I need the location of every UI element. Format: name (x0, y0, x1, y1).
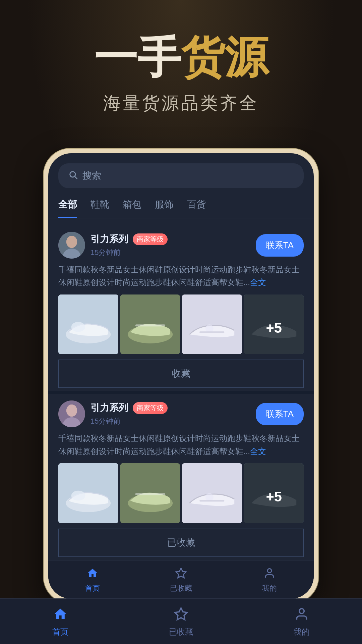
svg-marker-34 (176, 568, 186, 578)
hero-title-white: 一手 (94, 33, 181, 82)
collect-btn-1[interactable]: 收藏 (58, 360, 304, 388)
phone-mockup: 搜索 全部 鞋靴 箱包 服饰 百货 (44, 149, 318, 603)
star-icon (175, 567, 187, 581)
main-nav-favorites-label: 已收藏 (169, 627, 193, 637)
main-home-icon (53, 607, 68, 624)
seller-name-1: 引力系列 (90, 233, 128, 246)
product-img-2-4[interactable]: +5 (244, 463, 304, 523)
svg-rect-28 (182, 463, 242, 523)
hero-section: 一手货源 海量货源品类齐全 (0, 0, 362, 135)
svg-point-21 (66, 405, 77, 417)
search-placeholder: 搜索 (82, 169, 101, 182)
seller-name-2: 引力系列 (90, 401, 128, 414)
svg-rect-11 (135, 324, 165, 326)
svg-rect-14 (199, 331, 224, 333)
product-img-1-2[interactable] (120, 294, 180, 355)
seller-name-row-2: 引力系列 商家等级 (90, 401, 256, 414)
phone-mockup-wrapper: 搜索 全部 鞋靴 箱包 服饰 百货 (44, 149, 318, 644)
svg-point-24 (71, 491, 85, 501)
tab-bags[interactable]: 箱包 (123, 195, 141, 218)
product-desc-1: 千禧同款秋冬新品女士休闲鞋原创设计时尚运动跑步鞋秋冬新品女士休闲鞋原创设计时尚运… (58, 263, 304, 289)
product-images-2: +5 (58, 463, 304, 523)
card-header-1: 引力系列 商家等级 15分钟前 联系TA (58, 232, 304, 259)
contact-btn-1[interactable]: 联系TA (256, 234, 304, 257)
read-more-1[interactable]: 全文 (250, 278, 266, 287)
hero-subtitle: 海量货源品类齐全 (20, 92, 342, 115)
user-icon (263, 567, 276, 581)
svg-marker-36 (175, 608, 187, 620)
main-bottom-nav: 首页 已收藏 我的 (0, 598, 362, 644)
svg-text:+5: +5 (266, 320, 282, 335)
phone-nav-profile[interactable]: 我的 (249, 567, 290, 593)
svg-text:+5: +5 (266, 489, 282, 504)
svg-point-37 (299, 609, 304, 614)
main-star-icon (174, 607, 188, 624)
svg-point-5 (66, 236, 77, 248)
product-img-1-1[interactable] (58, 294, 118, 355)
main-nav-favorites[interactable]: 已收藏 (147, 607, 215, 637)
read-more-2[interactable]: 全文 (250, 447, 266, 456)
phone-nav-home-label: 首页 (85, 583, 100, 593)
phone-nav-home[interactable]: 首页 (72, 567, 113, 593)
product-card-1: 引力系列 商家等级 15分钟前 联系TA 千禧同款秋冬新品女士休闲鞋原创设计时尚… (48, 225, 314, 388)
svg-line-1 (75, 176, 77, 178)
product-images-1: +5 (58, 294, 304, 355)
product-desc-2: 千禧同款秋冬新品女士休闲鞋原创设计时尚运动跑步鞋秋冬新品女士休闲鞋原创设计时尚运… (58, 432, 304, 458)
product-card-2: 引力系列 商家等级 15分钟前 联系TA 千禧同款秋冬新品女士休闲鞋原创设计时尚… (48, 394, 314, 556)
phone-screen: 搜索 全部 鞋靴 箱包 服饰 百货 (48, 153, 314, 599)
hero-title-gold: 货源 (181, 33, 268, 82)
product-img-2-3[interactable] (182, 463, 242, 523)
svg-point-29 (205, 493, 214, 501)
svg-rect-12 (182, 294, 242, 355)
phone-nav-profile-label: 我的 (262, 583, 277, 593)
hero-title: 一手货源 (20, 34, 342, 82)
search-icon (68, 170, 78, 182)
product-img-1-3[interactable] (182, 294, 242, 355)
category-tabs: 全部 鞋靴 箱包 服饰 百货 (48, 195, 314, 218)
svg-rect-30 (199, 500, 224, 501)
card-header-2: 引力系列 商家等级 15分钟前 联系TA (58, 400, 304, 427)
product-img-2-1[interactable] (58, 463, 118, 523)
main-nav-home[interactable]: 首页 (27, 607, 94, 637)
main-nav-profile-label: 我的 (294, 627, 310, 637)
tab-clothing[interactable]: 服饰 (155, 195, 174, 218)
svg-rect-27 (135, 493, 165, 495)
tab-shoes[interactable]: 鞋靴 (90, 195, 109, 218)
main-nav-home-label: 首页 (52, 627, 68, 637)
card-divider-1 (48, 391, 314, 394)
phone-bottom-nav: 首页 已收藏 (48, 560, 314, 599)
product-img-2-2[interactable] (120, 463, 180, 523)
svg-point-35 (267, 569, 272, 573)
seller-info-2: 引力系列 商家等级 15分钟前 (90, 401, 256, 426)
avatar-1 (58, 232, 85, 259)
seller-info-1: 引力系列 商家等级 15分钟前 (90, 233, 256, 258)
home-icon (86, 567, 99, 581)
seller-badge-2: 商家等级 (133, 402, 168, 414)
collect-btn-2[interactable]: 已收藏 (58, 529, 304, 557)
seller-badge-1: 商家等级 (133, 233, 168, 245)
contact-btn-2[interactable]: 联系TA (256, 403, 304, 425)
product-img-1-4[interactable]: +5 (244, 294, 304, 355)
tab-all[interactable]: 全部 (58, 195, 77, 218)
phone-nav-favorites[interactable]: 已收藏 (161, 567, 201, 593)
main-user-icon (294, 607, 309, 624)
seller-time-2: 15分钟前 (90, 416, 256, 426)
main-nav-profile[interactable]: 我的 (268, 607, 335, 637)
avatar-2 (58, 400, 85, 427)
svg-point-13 (205, 324, 214, 332)
tab-goods[interactable]: 百货 (187, 195, 206, 218)
svg-point-8 (71, 322, 85, 332)
seller-time-1: 15分钟前 (90, 248, 256, 258)
seller-name-row-1: 引力系列 商家等级 (90, 233, 256, 246)
phone-nav-favorites-label: 已收藏 (170, 583, 192, 593)
search-bar[interactable]: 搜索 (58, 163, 304, 188)
